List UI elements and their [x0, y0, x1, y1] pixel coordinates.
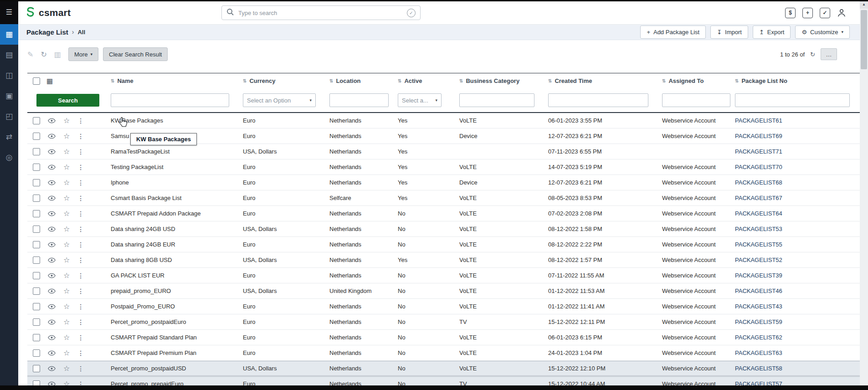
- table-row[interactable]: ☆ ⋮ Percet_promo_prepaidEuroEuroNetherla…: [27, 376, 860, 385]
- cell-name[interactable]: Postpaid_Promo_EURO: [107, 303, 239, 310]
- row-checkbox[interactable]: [33, 117, 40, 124]
- favorite-star-icon[interactable]: ☆: [63, 117, 70, 124]
- favorite-star-icon[interactable]: ☆: [63, 380, 70, 386]
- row-menu-icon[interactable]: ⋮: [77, 195, 84, 201]
- table-row[interactable]: ☆ ⋮ Postpaid_Promo_EUROEuroNetherlandsNo…: [27, 299, 860, 314]
- table-row[interactable]: ☆ ⋮ Csmart Basis Package ListEuroSelfcar…: [27, 190, 860, 206]
- row-menu-icon[interactable]: ⋮: [77, 334, 84, 341]
- column-header-name[interactable]: ⇅ Name: [107, 77, 239, 84]
- row-checkbox[interactable]: [33, 272, 40, 279]
- table-row[interactable]: ☆ ⋮ IphoneEuroNetherlandsYesDevice12-07-…: [27, 175, 860, 190]
- breadcrumb-root[interactable]: Package List: [26, 28, 68, 36]
- favorite-star-icon[interactable]: ☆: [63, 303, 70, 310]
- row-checkbox[interactable]: [33, 133, 40, 140]
- favorite-star-icon[interactable]: ☆: [63, 272, 70, 279]
- column-header-created_time[interactable]: ⇅ Created Time: [544, 77, 658, 84]
- view-icon[interactable]: [48, 226, 56, 232]
- view-icon[interactable]: [48, 257, 56, 263]
- view-icon[interactable]: [48, 350, 56, 356]
- sidebar-item-services[interactable]: ◰: [0, 106, 18, 127]
- column-header-active[interactable]: ⇅ Active: [394, 77, 456, 84]
- view-icon[interactable]: [48, 304, 56, 309]
- view-icon[interactable]: [48, 335, 56, 340]
- row-checkbox[interactable]: [33, 210, 40, 217]
- row-menu-icon[interactable]: ⋮: [77, 288, 84, 294]
- cell-name[interactable]: RamaTestPackageList: [107, 148, 239, 155]
- row-menu-icon[interactable]: ⋮: [77, 381, 84, 386]
- cell-name[interactable]: CSMART Prepaid Addon Package: [107, 210, 239, 217]
- row-checkbox[interactable]: [33, 334, 40, 341]
- billing-currency-icon[interactable]: $: [785, 8, 796, 18]
- view-icon[interactable]: [48, 366, 56, 371]
- hamburger-menu-button[interactable]: ☰: [0, 0, 18, 24]
- row-checkbox[interactable]: [33, 380, 40, 386]
- view-icon[interactable]: [48, 149, 56, 154]
- cell-name[interactable]: Csmart Basis Package List: [107, 195, 239, 201]
- logo-link[interactable]: csmart: [25, 6, 71, 20]
- table-row[interactable]: ☆ ⋮ CSMART Prepaid Standard PlanEuroNeth…: [27, 330, 860, 345]
- grid-view-icon[interactable]: ▦: [46, 77, 53, 85]
- table-row[interactable]: ☆ ⋮ KW Base PackagesEuroNetherlandsYesVo…: [27, 113, 860, 128]
- column-header-business_category[interactable]: ⇅ Business Category: [456, 77, 544, 84]
- sidebar-item-packages[interactable]: ▤: [0, 45, 18, 65]
- row-menu-icon[interactable]: ⋮: [77, 365, 84, 372]
- row-checkbox[interactable]: [33, 179, 40, 186]
- cell-name[interactable]: GA PACK LIST EUR: [107, 272, 239, 279]
- column-header-location[interactable]: ⇅ Location: [326, 77, 394, 84]
- row-checkbox[interactable]: [33, 226, 40, 233]
- filter-input-created_time[interactable]: [548, 93, 648, 107]
- cell-name[interactable]: CSMART Prepaid Standard Plan: [107, 334, 239, 341]
- view-icon[interactable]: [48, 195, 56, 201]
- row-checkbox[interactable]: [33, 365, 40, 372]
- column-header-currency[interactable]: ⇅ Currency: [239, 77, 326, 84]
- cell-name[interactable]: prepaid_promo_EURO: [107, 287, 239, 294]
- view-icon[interactable]: [48, 211, 56, 216]
- cell-name[interactable]: KW Base Packages: [107, 117, 239, 124]
- row-menu-icon[interactable]: ⋮: [77, 303, 84, 310]
- row-menu-icon[interactable]: ⋮: [77, 319, 84, 325]
- filter-select-currency[interactable]: Select an Option ▾: [243, 93, 316, 107]
- row-menu-icon[interactable]: ⋮: [77, 133, 84, 139]
- table-row[interactable]: ☆ ⋮ GA PACK LIST EUREuroNetherlandsNoVoL…: [27, 268, 860, 283]
- row-menu-icon[interactable]: ⋮: [77, 272, 84, 279]
- table-row[interactable]: ☆ ⋮ CSMART Prepaid Premium PlanEuroNethe…: [27, 345, 860, 361]
- pagination-refresh-icon[interactable]: ↻: [810, 51, 815, 58]
- row-menu-icon[interactable]: ⋮: [77, 164, 84, 170]
- sidebar-item-integrations[interactable]: ⇄: [0, 127, 18, 147]
- table-row[interactable]: ☆ ⋮ Percet_promo_postpaidEuroEuroNetherl…: [27, 314, 860, 330]
- view-icon[interactable]: [48, 273, 56, 278]
- column-header-assigned_to[interactable]: ⇅ Assigned To: [658, 77, 731, 84]
- favorite-star-icon[interactable]: ☆: [63, 334, 70, 341]
- user-profile-icon[interactable]: [837, 8, 846, 17]
- row-menu-icon[interactable]: ⋮: [77, 149, 84, 155]
- row-checkbox[interactable]: [33, 164, 40, 171]
- cell-name[interactable]: Data sharing 8GB USD: [107, 257, 239, 263]
- edit-icon[interactable]: ✎: [27, 50, 33, 59]
- favorite-star-icon[interactable]: ☆: [63, 318, 70, 326]
- table-row[interactable]: ☆ ⋮ CSMART Prepaid Addon PackageEuroNeth…: [27, 206, 860, 221]
- sidebar-item-billing[interactable]: ▦: [0, 24, 18, 45]
- favorite-star-icon[interactable]: ☆: [63, 257, 70, 264]
- favorite-star-icon[interactable]: ☆: [63, 226, 70, 233]
- filter-input-business_category[interactable]: [459, 93, 534, 107]
- cell-name[interactable]: CSMART Prepaid Premium Plan: [107, 349, 239, 356]
- row-checkbox[interactable]: [33, 241, 40, 248]
- row-menu-icon[interactable]: ⋮: [77, 257, 84, 263]
- quick-add-icon[interactable]: +: [802, 8, 813, 18]
- row-menu-icon[interactable]: ⋮: [77, 210, 84, 217]
- scrollbar-thumb[interactable]: [861, 10, 867, 69]
- row-checkbox[interactable]: [33, 148, 40, 155]
- column-header-package_list_no[interactable]: ⇅ Package List No: [731, 77, 860, 84]
- export-button[interactable]: ↥ Export: [753, 26, 791, 39]
- favorite-star-icon[interactable]: ☆: [63, 195, 70, 202]
- table-row[interactable]: ☆ ⋮ Percet_promo_postpaidUSDUSA, Dollars…: [27, 361, 860, 376]
- view-icon[interactable]: [48, 133, 56, 139]
- search-button[interactable]: Search: [36, 94, 99, 107]
- filter-input-assigned_to[interactable]: [662, 93, 730, 107]
- table-row[interactable]: ☆ ⋮ prepaid_promo_EUROUSA, DollarsUnited…: [27, 283, 860, 299]
- view-icon[interactable]: [48, 242, 56, 247]
- row-checkbox[interactable]: [33, 257, 40, 264]
- row-menu-icon[interactable]: ⋮: [77, 118, 84, 124]
- row-checkbox[interactable]: [33, 287, 40, 295]
- refresh-icon[interactable]: ↻: [41, 50, 46, 59]
